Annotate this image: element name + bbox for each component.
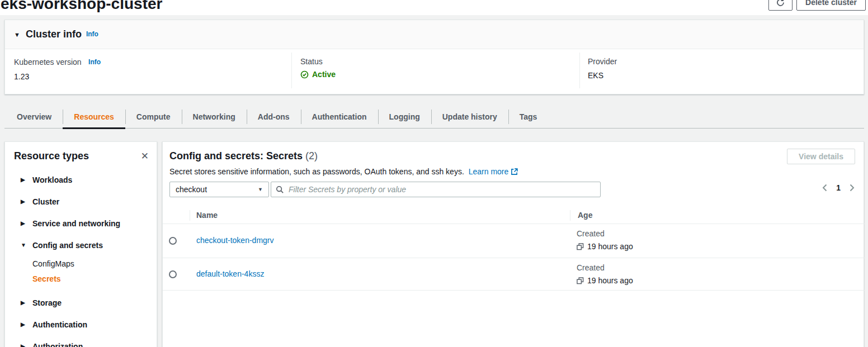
row-radio-button[interactable]: [169, 270, 177, 278]
age-value: 19 hours ago: [587, 276, 633, 285]
created-label: Created: [577, 229, 633, 238]
tab-label: Authentication: [312, 112, 367, 121]
caret-right-icon: ▶: [21, 198, 26, 205]
status-ok-icon: [300, 70, 309, 79]
status-label: Status: [300, 57, 336, 66]
tab-tags[interactable]: Tags: [508, 105, 549, 128]
delete-cluster-button[interactable]: Delete cluster: [796, 0, 866, 11]
tab-resources[interactable]: Resources: [63, 105, 125, 128]
cluster-info-title: Cluster info: [26, 28, 82, 40]
sidebar-item-label: Authorization: [32, 342, 83, 347]
kubernetes-version-label: Kubernetes version: [14, 58, 82, 66]
age-cell: Created 19 hours ago: [577, 229, 633, 251]
caret-right-icon: ▶: [21, 343, 26, 347]
tab-label: Resources: [74, 112, 114, 121]
sidebar-item-storage[interactable]: ▶ Storage: [5, 292, 157, 313]
secret-name-link[interactable]: default-token-4kssz: [196, 269, 264, 278]
kubernetes-version-info-link[interactable]: Info: [88, 58, 101, 66]
age-value: 19 hours ago: [587, 242, 633, 251]
status-field: Status Active: [300, 57, 336, 79]
tab-compute[interactable]: Compute: [125, 105, 182, 128]
sidebar-item-label: Cluster: [32, 197, 59, 206]
sidebar-item-cluster[interactable]: ▶ Cluster: [5, 191, 157, 212]
secrets-search-box: [271, 182, 601, 197]
next-page-icon[interactable]: [850, 184, 855, 192]
cluster-info-body: Kubernetes version Info 1.23 Status Acti…: [5, 49, 864, 94]
tab-overview[interactable]: Overview: [6, 105, 63, 128]
column-divider: [190, 210, 190, 221]
table-header: Name Age: [163, 207, 865, 224]
dropdown-selected-value: checkout: [176, 185, 207, 194]
tab-update-history[interactable]: Update history: [431, 105, 508, 128]
column-divider: [291, 53, 292, 88]
provider-label: Provider: [588, 57, 617, 66]
age-cell: Created 19 hours ago: [577, 263, 633, 285]
caret-right-icon: ▶: [21, 300, 26, 306]
sidebar-item-authorization[interactable]: ▶ Authorization: [5, 335, 157, 347]
provider-field: Provider EKS: [588, 57, 617, 80]
sidebar-item-label: Workloads: [32, 175, 72, 184]
sidebar-item-configmaps[interactable]: ConfigMaps: [5, 256, 157, 271]
sidebar-item-label: Secrets: [32, 274, 61, 283]
kubernetes-version-field: Kubernetes version Info 1.23: [14, 57, 101, 81]
tab-logging[interactable]: Logging: [378, 105, 431, 128]
tab-label: Networking: [193, 112, 235, 121]
secrets-panel: Config and secrets: Secrets (2) View det…: [162, 141, 864, 347]
description-text: Secret stores sensitive information, suc…: [169, 167, 464, 176]
cluster-info-header[interactable]: ▼ Cluster info Info: [5, 20, 864, 49]
table-row: checkout-token-dmgrv Created 19 hours ag…: [163, 224, 865, 258]
column-divider: [579, 53, 580, 88]
sidebar-item-secrets[interactable]: Secrets: [5, 271, 157, 286]
caret-down-icon[interactable]: ▼: [14, 31, 20, 38]
refresh-button[interactable]: [768, 0, 792, 11]
sidebar-item-config-and-secrets[interactable]: ▼ Config and secrets: [5, 234, 157, 256]
view-details-button[interactable]: View details: [787, 149, 855, 164]
resource-types-title: Resource types: [14, 150, 89, 162]
provider-value: EKS: [588, 71, 617, 80]
tab-label: Add-ons: [258, 112, 290, 121]
sidebar-item-workloads[interactable]: ▶ Workloads: [5, 169, 157, 191]
row-radio-button[interactable]: [169, 237, 177, 245]
caret-down-icon: ▼: [21, 242, 26, 248]
namespace-filter-dropdown[interactable]: checkout ▼: [169, 182, 269, 197]
table-row: default-token-4kssz Created 19 hours ago: [163, 258, 865, 291]
copy-icon[interactable]: [577, 277, 584, 284]
tab-networking[interactable]: Networking: [182, 105, 247, 128]
tab-label: Logging: [389, 112, 420, 121]
tab-add-ons[interactable]: Add-ons: [247, 105, 301, 128]
previous-page-icon[interactable]: [822, 184, 827, 192]
learn-more-link[interactable]: Learn more: [469, 167, 518, 176]
secrets-panel-title: Config and secrets: Secrets (2): [169, 150, 318, 162]
caret-right-icon: ▶: [21, 220, 26, 226]
tab-label: Update history: [442, 112, 497, 121]
column-divider: [570, 210, 570, 221]
close-icon[interactable]: ✕: [141, 151, 149, 161]
sidebar-item-label: ConfigMaps: [32, 259, 74, 268]
sidebar-item-authentication[interactable]: ▶ Authentication: [5, 313, 157, 335]
kubernetes-version-value: 1.23: [14, 72, 101, 81]
eks-cluster-page: eks-workshop-cluster Delete cluster ▼ Cl…: [0, 0, 868, 347]
copy-icon[interactable]: [577, 243, 584, 250]
sidebar-item-service-and-networking[interactable]: ▶ Service and networking: [5, 212, 157, 234]
tab-label: Compute: [136, 112, 171, 121]
secrets-title-text: Config and secrets: Secrets: [169, 150, 303, 161]
refresh-icon: [776, 0, 785, 7]
created-label: Created: [577, 263, 633, 272]
column-header-name: Name: [196, 211, 218, 220]
page-title: eks-workshop-cluster: [1, 0, 162, 13]
secrets-count: (2): [305, 150, 318, 161]
caret-right-icon: ▶: [21, 177, 26, 183]
resource-types-tree: ▶ Workloads ▶ Cluster ▶ Service and netw…: [5, 169, 157, 347]
sidebar-item-label: Config and secrets: [32, 241, 103, 250]
sidebar-item-label: Service and networking: [32, 219, 120, 228]
caret-right-icon: ▶: [21, 321, 26, 327]
search-input[interactable]: [287, 184, 596, 194]
tab-authentication[interactable]: Authentication: [301, 105, 378, 128]
cluster-tabs: Overview Resources Compute Networking Ad…: [4, 105, 864, 129]
tab-label: Overview: [17, 112, 51, 121]
sidebar-item-label: Storage: [32, 298, 62, 307]
cluster-info-info-link[interactable]: Info: [86, 30, 98, 38]
secret-name-link[interactable]: checkout-token-dmgrv: [196, 236, 274, 245]
status-value: Active: [312, 70, 336, 79]
page-number[interactable]: 1: [836, 183, 841, 192]
